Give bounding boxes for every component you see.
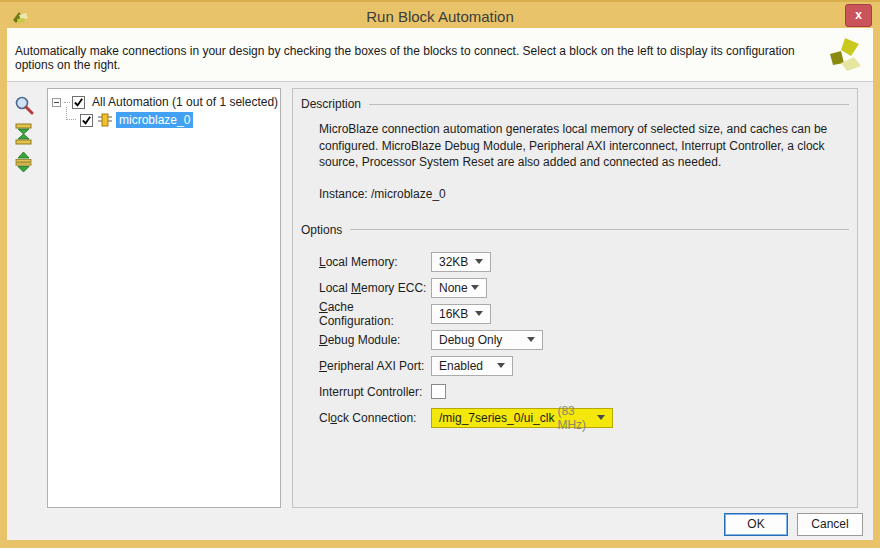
peripheral-axi-port-select[interactable]: Enabled	[431, 356, 513, 376]
ok-button[interactable]: OK	[724, 513, 788, 536]
tree-row-microblaze[interactable]: microblaze_0	[50, 111, 278, 129]
tree-row-all-automation[interactable]: All Automation (1 out of 1 selected)	[50, 93, 278, 111]
local-memory-ecc-label: Local Memory ECC:	[319, 281, 431, 295]
instance-text: Instance: /microblaze_0	[319, 187, 849, 201]
ip-block-icon	[97, 112, 113, 128]
option-row-debug-module: Debug Module: Debug Only	[319, 327, 849, 353]
search-icon[interactable]	[12, 94, 36, 118]
local-memory-select[interactable]: 32KB	[431, 252, 491, 272]
expand-all-icon[interactable]	[12, 150, 36, 174]
desktop-background-sliver	[0, 548, 880, 552]
options-heading: Options	[301, 223, 342, 237]
chevron-down-icon	[497, 363, 505, 368]
clock-connection-select[interactable]: /mig_7series_0/ui_clk (83 MHz)	[431, 408, 613, 428]
clock-connection-label: Clock Connection:	[319, 411, 431, 425]
divider	[369, 104, 849, 105]
local-memory-ecc-select[interactable]: None	[431, 278, 487, 298]
description-text: MicroBlaze connection automation generat…	[319, 121, 847, 171]
title-bar[interactable]: Run Block Automation x	[0, 0, 880, 28]
dialog-title: Run Block Automation	[0, 8, 880, 25]
option-row-local-memory: Local Memory: 32KB	[319, 249, 849, 275]
interrupt-controller-label: Interrupt Controller:	[319, 385, 431, 399]
xilinx-pinwheel-icon	[827, 36, 865, 76]
chevron-down-icon	[527, 337, 535, 342]
microblaze-checkbox[interactable]	[80, 114, 93, 127]
options-section-header: Options	[301, 223, 849, 237]
automation-tree: All Automation (1 out of 1 selected) mic…	[47, 88, 281, 508]
all-automation-label[interactable]: All Automation (1 out of 1 selected)	[89, 94, 281, 110]
dialog-frame-bottom	[0, 540, 880, 548]
banner: Automatically make connections in your d…	[7, 28, 873, 82]
option-row-cache-configuration: Cache Configuration: 16KB	[319, 301, 849, 327]
tree-connector	[64, 102, 70, 103]
tree-connector	[66, 107, 76, 120]
peripheral-axi-port-label: Peripheral AXI Port:	[319, 359, 431, 373]
tree-toolbar	[10, 90, 44, 178]
local-memory-label: Local Memory:	[319, 255, 431, 269]
checkmark-icon	[81, 115, 92, 126]
description-heading: Description	[301, 97, 361, 111]
options-rows: Local Memory: 32KB Local Memory ECC: Non…	[319, 249, 849, 431]
chevron-down-icon	[471, 285, 479, 290]
description-section-header: Description	[301, 97, 849, 111]
dialog-content: All Automation (1 out of 1 selected) mic…	[7, 82, 873, 540]
option-row-peripheral-axi-port: Peripheral AXI Port: Enabled	[319, 353, 849, 379]
chevron-down-icon	[475, 259, 483, 264]
chevron-down-icon	[475, 311, 483, 316]
chevron-down-icon	[597, 415, 605, 420]
tree-collapse-toggle[interactable]	[52, 98, 61, 107]
cache-configuration-select[interactable]: 16KB	[431, 304, 491, 324]
config-panel: Description MicroBlaze connection automa…	[292, 88, 858, 508]
cancel-button[interactable]: Cancel	[797, 513, 863, 536]
option-row-interrupt-controller: Interrupt Controller:	[319, 379, 849, 405]
close-button[interactable]: x	[845, 4, 872, 27]
interrupt-controller-checkbox[interactable]	[431, 384, 446, 399]
run-block-automation-dialog: Run Block Automation x Automatically mak…	[0, 0, 880, 552]
checkmark-icon	[73, 97, 84, 108]
divider	[350, 229, 849, 230]
debug-module-label: Debug Module:	[319, 333, 431, 347]
clock-frequency: (83 MHz)	[557, 404, 597, 432]
debug-module-select[interactable]: Debug Only	[431, 330, 543, 350]
option-row-local-memory-ecc: Local Memory ECC: None	[319, 275, 849, 301]
collapse-all-icon[interactable]	[12, 122, 36, 146]
option-row-clock-connection: Clock Connection: /mig_7series_0/ui_clk …	[319, 405, 849, 431]
cache-configuration-label: Cache Configuration:	[319, 300, 431, 328]
microblaze-label[interactable]: microblaze_0	[116, 112, 193, 128]
banner-text: Automatically make connections in your d…	[15, 44, 805, 72]
